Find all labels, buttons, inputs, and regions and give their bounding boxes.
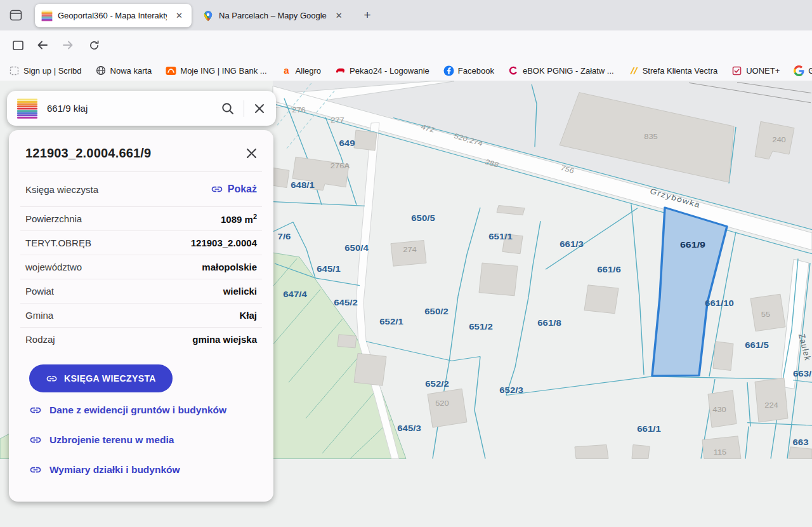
parcel-number-label: 650/2 <box>424 307 449 317</box>
back-button[interactable] <box>33 36 52 54</box>
attribute-label: Rodzaj <box>25 334 55 345</box>
link-icon <box>211 183 223 196</box>
scribd-icon <box>9 65 20 76</box>
building-number-label: 224 <box>764 401 778 410</box>
bookmark-item[interactable]: Sign up | Scribd <box>9 65 82 76</box>
navigation-bar: geoportal360.pl/map/?src=adwords&utm_sou… <box>0 30 812 61</box>
parcel-link[interactable]: Wymiary działki i budynków <box>29 464 273 476</box>
parcel-number-label: 661/3 <box>560 239 584 249</box>
bookmark-item[interactable]: Pekao24 - Logowanie <box>335 65 429 76</box>
bookmark-item[interactable]: eBOK PGNiG - Załatw ... <box>508 65 614 76</box>
pgnig-icon <box>508 65 519 76</box>
parcel-number-label: 661/8 <box>537 318 561 328</box>
bookmark-item[interactable]: Gmail <box>794 65 812 76</box>
attribute-value: gmina wiejska <box>192 334 257 345</box>
parcel-link-label: Uzbrojenie terenu w media <box>49 434 174 446</box>
parcel-number-label: 663 <box>793 437 809 447</box>
search-icon[interactable] <box>217 98 239 119</box>
attribute-label: TERYT.OBRĘB <box>25 237 91 248</box>
parcel-link[interactable]: Uzbrojenie terenu w media <box>29 434 273 446</box>
sidebar-toggle-icon[interactable] <box>8 36 27 54</box>
bookmark-label: eBOK PGNiG - Załatw ... <box>523 66 614 76</box>
kw-show-link[interactable]: Pokaż <box>211 183 257 196</box>
bookmark-label: Pekao24 - Logowanie <box>350 66 429 76</box>
bookmark-item[interactable]: Moje ING | ING Bank ... <box>166 65 266 76</box>
bookmark-item[interactable]: aAllegro <box>281 65 321 76</box>
parcel-number-label: 647/4 <box>283 290 307 299</box>
globe-icon <box>96 65 107 76</box>
parcel-id-title: 121903_2.0004.661/9 <box>25 146 151 161</box>
attribute-value: 1089 m2 <box>221 213 257 225</box>
bookmark-item[interactable]: UONET+ <box>731 65 780 76</box>
bookmark-label: Facebook <box>458 66 494 76</box>
geoportal-logo-icon <box>16 98 38 119</box>
search-input[interactable]: 661/9 kłaj <box>47 103 217 114</box>
parcel-attribute-row: Rodzajgmina wiejska <box>20 327 262 351</box>
parcel-number-label: 651/1 <box>488 232 513 241</box>
building-number-label: 274 <box>403 246 417 254</box>
clear-search-icon[interactable] <box>249 98 270 119</box>
svg-text:a: a <box>284 65 289 76</box>
parcel-attribute-row: TERYT.OBRĘB121903_2.0004 <box>20 230 262 255</box>
parcel-number-label: 661/10 <box>705 298 734 308</box>
divider <box>244 100 244 117</box>
building-number-label: 55 <box>761 310 771 319</box>
attribute-value: 121903_2.0004 <box>191 237 257 248</box>
road-parcel-label: 276 <box>292 106 306 114</box>
bookmark-label: Nowa karta <box>110 66 152 76</box>
bookmark-label: Gmail <box>808 66 812 76</box>
parcel-detail-panel: 121903_2.0004.661/9 Księga wieczysta Pok… <box>9 130 273 502</box>
building-number-label: 115 <box>714 448 727 457</box>
kw-action-label: Pokaż <box>228 183 257 195</box>
gmail-icon <box>794 65 804 76</box>
building-number-label: 835 <box>644 133 658 141</box>
parcel-number-label: 7/6 <box>278 232 291 241</box>
parcel-number-label: 661/5 <box>745 340 769 350</box>
bookmark-label: Moje ING | ING Bank ... <box>180 66 266 76</box>
bookmark-item[interactable]: Facebook <box>443 65 494 76</box>
parcel-number-label: 650/5 <box>411 213 435 223</box>
attribute-label: Gmina <box>25 310 53 321</box>
parcel-number-label: 661/1 <box>637 424 661 434</box>
link-icon <box>29 464 42 476</box>
tab-close-icon[interactable]: ✕ <box>173 10 185 22</box>
new-tab-button[interactable]: + <box>359 8 376 24</box>
bookmark-label: UONET+ <box>746 66 780 76</box>
parcel-number-label: 652/2 <box>425 379 449 389</box>
parcel-attribute-row: GminaKłaj <box>20 303 262 327</box>
uonet-icon <box>731 65 742 76</box>
bookmarks-bar: Sign up | ScribdNowa kartaMoje ING | ING… <box>0 60 812 81</box>
attribute-label: województwo <box>25 262 82 272</box>
tab-google-maps[interactable]: Na Parcelach – Mapy Google ✕ <box>196 4 352 27</box>
firefox-view-icon[interactable] <box>6 6 25 24</box>
attribute-label: Powiat <box>25 286 54 297</box>
attribute-value: Kłaj <box>239 310 257 321</box>
forward-button[interactable] <box>58 36 77 54</box>
bookmark-item[interactable]: Nowa karta <box>96 65 152 76</box>
parcel-link[interactable]: Dane z ewidencji gruntów i budynków <box>29 404 273 417</box>
highlighted-parcel-label: 661/9 <box>680 240 705 250</box>
bookmark-item[interactable]: Strefa Klienta Vectra <box>628 65 718 76</box>
ksiega-wieczysta-button[interactable]: KSIĘGA WIECZYSTA <box>29 364 173 392</box>
building-number-label: 240 <box>772 136 786 144</box>
parcel-number-label: 649 <box>339 138 355 148</box>
building-number-label: 520 <box>435 399 449 408</box>
tab-close-icon[interactable]: ✕ <box>333 10 345 22</box>
tab-geoportal[interactable]: Geoportal360 - Mapa Interaktyw ✕ <box>35 4 192 27</box>
parcel-attribute-row: województwomałopolskie <box>20 255 262 279</box>
parcel-number-label: 651/2 <box>469 322 493 331</box>
link-icon <box>46 373 58 385</box>
parcel-number-label: 648/1 <box>291 180 315 190</box>
parcel-links: Dane z ewidencji gruntów i budynkówUzbro… <box>29 404 273 476</box>
allegro-icon: a <box>281 65 292 76</box>
close-icon[interactable] <box>244 145 259 161</box>
attribute-label: Powierzchnia <box>25 213 82 224</box>
reload-button[interactable] <box>84 36 103 54</box>
parcel-link-label: Wymiary działki i budynków <box>49 464 180 476</box>
parcel-attribute-row: Powierzchnia1089 m2 <box>20 206 262 230</box>
building-number-label: 430 <box>712 406 726 414</box>
ing-icon <box>166 65 176 76</box>
kw-label: Księga wieczysta <box>25 184 98 195</box>
tab-strip: Geoportal360 - Mapa Interaktyw ✕ Na Parc… <box>0 0 812 30</box>
pekao-icon <box>335 65 346 76</box>
